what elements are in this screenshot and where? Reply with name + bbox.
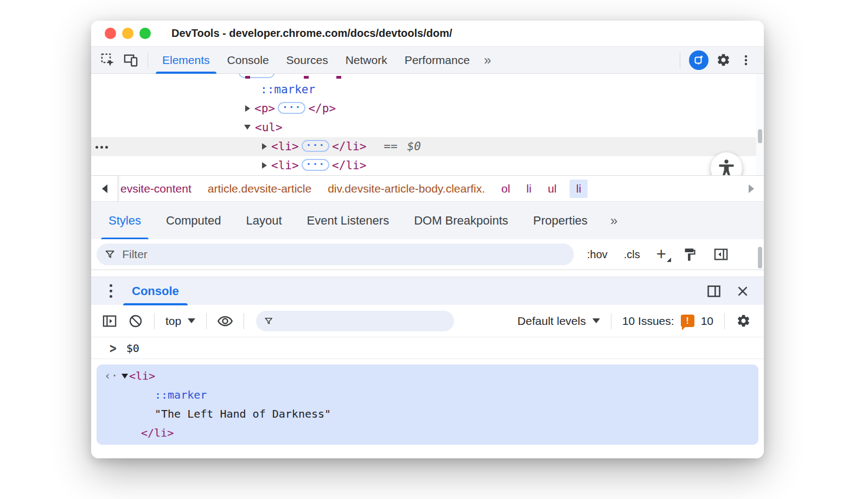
gutter-more-icon[interactable]: [95, 146, 108, 149]
settings-gear-icon[interactable]: [714, 51, 732, 69]
accessibility-person-icon: [716, 158, 737, 175]
styles-scrollbar-thumb[interactable]: [758, 247, 762, 268]
ai-assistant-icon[interactable]: [689, 50, 709, 70]
devtools-window: DevTools - developer.chrome.com/docs/dev…: [91, 21, 764, 458]
breadcrumb-item-selected[interactable]: li: [570, 180, 588, 198]
minimize-window-button[interactable]: [122, 28, 133, 39]
window-title: DevTools - developer.chrome.com/docs/dev…: [171, 27, 452, 40]
breadcrumb-item[interactable]: ol: [501, 182, 510, 195]
tab-elements[interactable]: Elements: [154, 47, 219, 74]
drawer-menu-icon[interactable]: [110, 284, 112, 298]
returned-value-icon: ‹·: [97, 367, 122, 386]
more-sidebar-tabs-icon[interactable]: »: [605, 213, 622, 228]
tag-open[interactable]: <ul>: [255, 121, 283, 134]
toggle-sidebar-icon[interactable]: [713, 247, 729, 262]
console-prompt-icon: >: [110, 340, 117, 356]
live-expression-eye-icon[interactable]: [215, 311, 235, 331]
tab-properties[interactable]: Properties: [526, 202, 595, 240]
tag-open[interactable]: <li>: [271, 159, 299, 172]
pseudo-element-label[interactable]: ::marker: [155, 388, 207, 401]
ellipsis-glyph: ···: [306, 158, 326, 170]
tag-close[interactable]: </li>: [141, 426, 174, 439]
breadcrumb-item[interactable]: article.devsite-article: [208, 182, 311, 195]
more-tabs-icon[interactable]: »: [478, 53, 496, 68]
tree-row-ul[interactable]: <ul>: [91, 118, 764, 137]
text-node-value[interactable]: "The Left Hand of Darkness": [155, 407, 331, 420]
collapse-arrow-icon[interactable]: [244, 125, 251, 130]
dock-panel-icon[interactable]: [706, 284, 722, 299]
tab-dom-breakpoints[interactable]: DOM Breakpoints: [406, 202, 516, 240]
inline-expand-icon[interactable]: ···: [302, 140, 330, 152]
pseudo-element-label[interactable]: ::marker: [260, 83, 315, 96]
zoom-window-button[interactable]: [139, 28, 151, 39]
sidebar-tab-bar: Styles Computed Layout Event Listeners D…: [91, 201, 764, 239]
tab-console[interactable]: Console: [219, 47, 278, 74]
console-sidebar-icon[interactable]: [100, 311, 119, 331]
collapse-arrow-icon[interactable]: [122, 374, 128, 379]
breadcrumb-item[interactable]: ul: [548, 182, 557, 195]
chevron-left-icon: [102, 184, 107, 193]
toggle-element-classes-button[interactable]: .cls: [624, 248, 640, 261]
issues-label: 10 Issues:: [622, 315, 674, 328]
console-result-highlighted[interactable]: ‹·<li> ::marker "The Left Hand of Darkne…: [97, 364, 758, 445]
tag-close[interactable]: </p>: [308, 102, 336, 115]
drawer-gap: [91, 270, 764, 277]
clipped-tag-fragment: [245, 76, 250, 79]
expand-arrow-icon[interactable]: [245, 105, 250, 112]
paint-style-icon[interactable]: [682, 247, 697, 262]
tab-network[interactable]: Network: [337, 47, 396, 74]
tag-close[interactable]: </li>: [332, 159, 366, 172]
console-messages: > $0 ‹·<li> ::marker "The Left Hand of D…: [91, 337, 764, 458]
console-filter-field[interactable]: [256, 311, 454, 331]
new-style-rule-button[interactable]: +: [656, 247, 666, 262]
device-toolbar-icon[interactable]: [122, 51, 140, 69]
close-window-button[interactable]: [105, 28, 116, 39]
inspect-element-icon[interactable]: [99, 51, 117, 69]
breadcrumb-scroll-left-button[interactable]: [91, 176, 118, 201]
filter-funnel-icon: [264, 316, 273, 327]
expand-arrow-icon[interactable]: [262, 162, 267, 169]
breadcrumb-item[interactable]: div.devsite-article-body.clearfix.: [328, 182, 485, 195]
log-levels-dropdown[interactable]: Default levels: [518, 315, 600, 328]
issues-counter[interactable]: 10 Issues: ! 10: [622, 315, 713, 328]
tag-open[interactable]: <p>: [254, 102, 275, 115]
tag-close[interactable]: </li>: [332, 140, 366, 153]
ellipsis-glyph: ···: [306, 139, 326, 151]
tree-scrollbar[interactable]: [756, 74, 764, 175]
inline-expand-icon[interactable]: ···: [302, 159, 330, 171]
toggle-hover-state-button[interactable]: :hov: [587, 248, 608, 261]
tab-event-listeners[interactable]: Event Listeners: [299, 202, 397, 240]
tag-open[interactable]: <li>: [271, 140, 299, 153]
clear-console-icon[interactable]: [126, 311, 145, 331]
tree-row-marker[interactable]: ::marker: [91, 80, 764, 99]
tab-layout[interactable]: Layout: [238, 202, 289, 240]
inline-expand-icon: [239, 74, 275, 78]
breadcrumb-scroll-right-button[interactable]: [749, 184, 754, 193]
more-options-icon[interactable]: [737, 51, 755, 69]
toolbar-divider: [680, 52, 680, 68]
breadcrumb-item[interactable]: li: [526, 182, 531, 195]
breadcrumb: evsite-content article.devsite-article d…: [91, 175, 764, 201]
tab-performance[interactable]: Performance: [396, 47, 478, 74]
console-prompt-row[interactable]: > $0: [91, 337, 764, 359]
execution-context-dropdown[interactable]: top: [165, 315, 195, 328]
tab-styles[interactable]: Styles: [101, 202, 149, 240]
tree-row-li-selected[interactable]: <li>···</li>==$0: [91, 137, 764, 156]
styles-filter-input[interactable]: [121, 247, 566, 261]
tree-scrollbar-thumb[interactable]: [758, 129, 762, 143]
console-expression[interactable]: $0: [126, 342, 139, 355]
tab-sources[interactable]: Sources: [278, 47, 337, 74]
drawer-tab-console[interactable]: Console: [126, 277, 184, 305]
tag-open[interactable]: <li>: [129, 369, 155, 382]
clipped-tag-fragment: [304, 76, 309, 79]
console-settings-gear-icon[interactable]: [733, 311, 753, 331]
breadcrumb-item[interactable]: evsite-content: [120, 182, 192, 195]
tab-computed[interactable]: Computed: [158, 202, 229, 240]
console-filter-input[interactable]: [279, 314, 447, 328]
close-drawer-icon[interactable]: [736, 284, 750, 298]
expand-arrow-icon[interactable]: [262, 143, 267, 150]
tree-row-li[interactable]: <li>···</li>: [91, 156, 764, 175]
inline-expand-icon[interactable]: ···: [278, 102, 306, 114]
styles-filter-field[interactable]: [97, 244, 574, 265]
tree-row-p[interactable]: <p>···</p>: [91, 99, 764, 118]
